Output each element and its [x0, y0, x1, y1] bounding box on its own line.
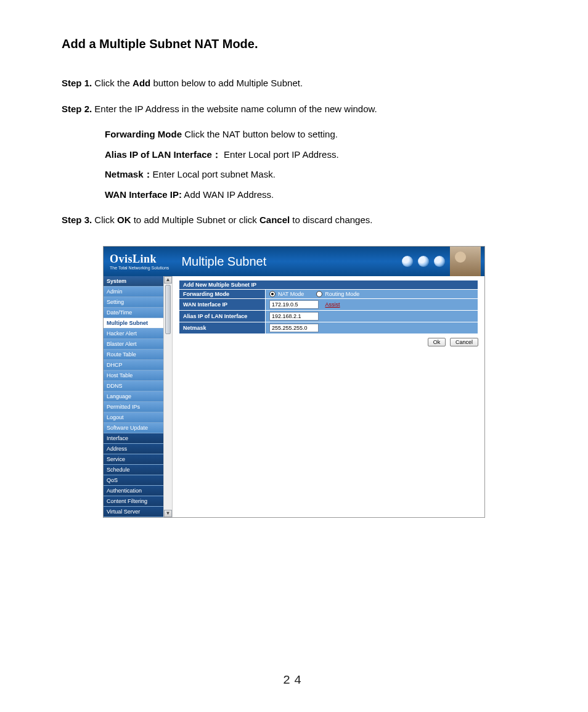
sub-alias-t: Enter Local port IP Address.	[221, 149, 339, 160]
nav-item[interactable]: Logout	[104, 412, 164, 423]
routing-mode-radio[interactable]	[316, 291, 322, 297]
nav-item[interactable]: Date/Time	[104, 308, 164, 318]
sub-fwd-b: Forwarding Mode	[105, 129, 182, 139]
nav: System AdminSettingDate/Time Multiple Su…	[104, 276, 164, 517]
nav-item[interactable]: Interface	[104, 433, 164, 444]
step3-pre: Click	[92, 215, 117, 225]
sub-alias-b: Alias IP of LAN Interface：	[105, 149, 221, 160]
assist-link[interactable]: Assist	[325, 301, 340, 308]
brand-tagline: The Total Networking Solutions	[110, 266, 169, 270]
routing-mode-text: Routing Mode	[325, 291, 359, 297]
step2-text: Enter the IP Address in the website name…	[92, 104, 377, 114]
netmask-label: Netmask	[179, 322, 266, 334]
alias-ip-input[interactable]	[269, 312, 319, 321]
nav-section-system[interactable]: System	[104, 276, 164, 287]
step-1: Step 1. Click the Add button below to ad…	[62, 76, 526, 91]
scroll-thumb[interactable]	[165, 285, 171, 334]
step-2: Step 2. Enter the IP Address in the webs…	[62, 102, 526, 117]
sub-fwd: Forwarding Mode Click the NAT button bel…	[105, 128, 526, 142]
nat-mode-radio[interactable]	[269, 291, 276, 297]
sub-alias: Alias IP of LAN Interface： Enter Local p…	[105, 148, 526, 162]
step3-label: Step 3.	[62, 215, 92, 225]
nav-item[interactable]: Route Table	[104, 350, 164, 360]
nav-item[interactable]: Authentication	[104, 486, 164, 496]
alias-ip-label: Alias IP of LAN Interface	[179, 311, 266, 322]
step1-bold: Add	[133, 78, 150, 88]
sub-wan-b: WAN Interface IP:	[105, 189, 182, 200]
nav-item-multiple-subnet[interactable]: Multiple Subnet	[104, 318, 164, 329]
sub-wan: WAN Interface IP: Add WAN IP Address.	[105, 188, 526, 202]
doc-title: Add a Multiple Subnet NAT Mode.	[62, 37, 526, 51]
ok-button[interactable]: Ok	[428, 338, 446, 346]
sub-net-t: Enter Local port subnet Mask.	[153, 169, 276, 179]
nav-item[interactable]: Address	[104, 444, 164, 454]
sidebar-scrollbar[interactable]: ▲ ▼	[163, 276, 172, 517]
step3-b2: Cancel	[259, 215, 290, 225]
wan-ip-input[interactable]	[269, 300, 319, 309]
wan-ip-label: WAN Interface IP	[179, 299, 266, 311]
sub-wan-t: Add WAN IP Address.	[182, 189, 274, 200]
step1-label: Step 1.	[62, 78, 92, 88]
step1-post: button below to add Multiple Subnet.	[150, 78, 303, 88]
header-right	[402, 247, 484, 276]
nav-item[interactable]: Setting	[104, 297, 164, 308]
page-title: Multiple Subnet	[181, 255, 266, 269]
nav-item[interactable]: Content Filtering	[104, 496, 164, 507]
step1-pre: Click the	[92, 78, 133, 88]
nav-item[interactable]: Service	[104, 454, 164, 465]
cancel-button[interactable]: Cancel	[450, 338, 478, 346]
user-photo	[450, 247, 481, 276]
nav-item[interactable]: Admin	[104, 287, 164, 297]
step2-label: Step 2.	[62, 104, 92, 114]
form-header: Add New Multiple Subnet IP	[179, 280, 478, 290]
nav-item[interactable]: DHCP	[104, 360, 164, 370]
scroll-down-icon[interactable]: ▼	[164, 510, 172, 517]
nav-item[interactable]: DDNS	[104, 381, 164, 391]
globe-icon	[434, 256, 445, 267]
step-3: Step 3. Click OK to add Multiple Subnet …	[62, 213, 526, 227]
sub-fwd-t: Click the NAT button below to setting.	[182, 129, 338, 139]
main-panel: Add New Multiple Subnet IP Forwarding Mo…	[173, 276, 484, 517]
nav-item[interactable]: Hacker Alert	[104, 329, 164, 339]
app-header: OvisLink The Total Networking Solutions …	[104, 247, 484, 276]
sidebar: System AdminSettingDate/Time Multiple Su…	[104, 276, 173, 517]
netmask-input[interactable]	[269, 324, 319, 332]
form-table: Add New Multiple Subnet IP Forwarding Mo…	[179, 280, 478, 334]
step3-b1: OK	[117, 215, 131, 225]
nav-item[interactable]: QoS	[104, 475, 164, 486]
nav-item[interactable]: Blaster Alert	[104, 339, 164, 350]
logo-block: OvisLink The Total Networking Solutions	[104, 249, 175, 274]
step3-mid: to add Multiple Subnet or click	[131, 215, 259, 225]
sub-net: Netmask：Enter Local port subnet Mask.	[105, 168, 526, 182]
step3-post: to discard changes.	[290, 215, 372, 225]
globe-icon	[418, 256, 429, 267]
nav-item[interactable]: Virtual Server	[104, 507, 164, 517]
brand-name: OvisLink	[110, 253, 169, 266]
globe-icon	[402, 256, 413, 267]
app-screenshot: OvisLink The Total Networking Solutions …	[103, 246, 485, 518]
nav-item[interactable]: Language	[104, 391, 164, 402]
scroll-up-icon[interactable]: ▲	[164, 276, 172, 284]
nav-item[interactable]: Host Table	[104, 370, 164, 381]
nav-item[interactable]: Software Update	[104, 423, 164, 433]
nat-mode-text: NAT Mode	[278, 291, 304, 297]
button-row: Ok Cancel	[179, 338, 478, 346]
nav-item[interactable]: Permitted IPs	[104, 402, 164, 412]
nav-item[interactable]: Schedule	[104, 465, 164, 475]
sub-net-b: Netmask：	[105, 169, 153, 179]
fwd-mode-label: Forwarding Mode	[179, 290, 266, 299]
page-number: 24	[0, 673, 588, 687]
